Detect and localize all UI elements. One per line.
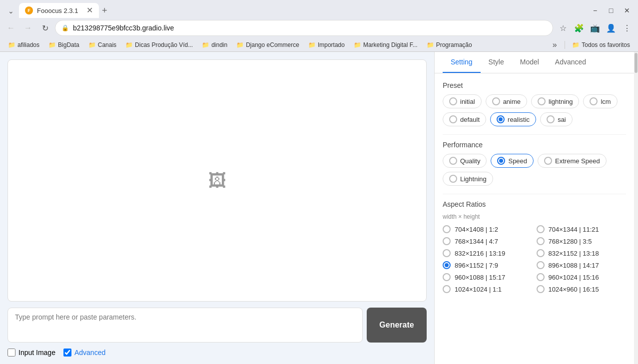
bookmark-todos[interactable]: 📁 Todos os favoritos — [568, 40, 634, 49]
perf-extreme-speed-label: Extreme Speed — [555, 157, 600, 165]
ar-1024-960-dot — [537, 285, 545, 293]
ar-960-1088[interactable]: 960×1088 | 15:17 — [443, 273, 533, 281]
perf-lightning-dot — [449, 175, 457, 183]
right-panel: Setting Style Model Advanced Preset init… — [434, 52, 634, 364]
ar-960-1088-dot — [443, 273, 451, 281]
window-controls: − □ ✕ — [588, 3, 634, 17]
ar-1024-1024[interactable]: 1024×1024 | 1:1 — [443, 285, 533, 293]
tab-style[interactable]: Style — [481, 52, 512, 73]
ar-704-1408[interactable]: 704×1408 | 1:2 — [443, 225, 533, 233]
preset-lcm[interactable]: lcm — [583, 94, 617, 108]
bookmark-marketing[interactable]: 📁 Marketing Digital F... — [350, 40, 422, 49]
folder-icon: 📁 — [572, 41, 580, 48]
bookmark-canais[interactable]: 📁 Canais — [84, 40, 120, 49]
perf-quality-dot — [449, 157, 457, 165]
preset-lightning[interactable]: lightning — [531, 94, 579, 108]
forward-button[interactable]: → — [21, 21, 35, 35]
bookmark-bigdata[interactable]: 📁 BigData — [44, 40, 83, 49]
perf-extreme-speed[interactable]: Extreme Speed — [538, 154, 607, 168]
tab-close-button[interactable]: ✕ — [86, 6, 93, 14]
close-button[interactable]: ✕ — [620, 3, 634, 17]
secure-icon: 🔒 — [61, 24, 69, 31]
bookmark-django[interactable]: 📁 Django eCommerce — [232, 40, 303, 49]
folder-icon: 📁 — [48, 41, 56, 48]
perf-speed[interactable]: Speed — [491, 154, 534, 168]
ar-832-1216[interactable]: 832×1216 | 13:19 — [443, 249, 533, 257]
new-tab-button[interactable]: + — [100, 3, 109, 18]
ar-768-1280[interactable]: 768×1280 | 3:5 — [537, 237, 627, 245]
back-button[interactable]: ← — [4, 21, 18, 35]
preset-default[interactable]: default — [443, 112, 486, 126]
advanced-label: Advanced — [74, 349, 105, 357]
perf-extreme-speed-dot — [544, 157, 552, 165]
preset-anime[interactable]: anime — [486, 94, 527, 108]
folder-icon: 📁 — [427, 41, 434, 48]
active-tab[interactable]: F Fooocus 2.3.1 ✕ — [19, 3, 99, 18]
preset-default-dot — [449, 115, 457, 123]
folder-icon: 📁 — [8, 41, 15, 48]
aspect-subtitle: width × height — [443, 213, 626, 220]
ar-896-1152-dot — [443, 261, 451, 269]
bookmark-star-button[interactable]: ☆ — [556, 21, 570, 35]
refresh-button[interactable]: ↻ — [38, 21, 52, 35]
preset-initial-dot — [449, 97, 457, 105]
folder-icon: 📁 — [88, 41, 96, 48]
advanced-checkbox[interactable]: Advanced — [63, 349, 105, 357]
ar-960-1024[interactable]: 960×1024 | 15:16 — [537, 273, 627, 281]
perf-lightning[interactable]: Lightning — [443, 172, 493, 186]
preset-sai-label: sai — [558, 116, 566, 123]
advanced-input[interactable] — [63, 349, 71, 357]
tab-history-button[interactable]: ⌄ — [4, 4, 18, 18]
preset-initial-label: initial — [460, 98, 475, 105]
input-image-checkbox[interactable]: Input Image — [7, 349, 55, 357]
preset-sai[interactable]: sai — [540, 112, 573, 126]
ar-1024-1024-label: 1024×1024 | 1:1 — [455, 286, 502, 293]
scroll-thumb[interactable] — [635, 53, 638, 73]
ar-704-1408-dot — [443, 225, 451, 233]
bookmark-importado[interactable]: 📁 Importado — [304, 40, 349, 49]
perf-quality[interactable]: Quality — [443, 154, 487, 168]
input-image-label: Input Image — [18, 349, 55, 357]
divider-performance-aspect — [443, 194, 626, 194]
ar-1024-960[interactable]: 1024×960 | 16:15 — [537, 285, 627, 293]
minimize-button[interactable]: − — [588, 3, 602, 17]
bookmark-programacao[interactable]: 📁 Programação — [423, 40, 476, 49]
right-tabs-header: Setting Style Model Advanced — [435, 52, 634, 73]
input-image-input[interactable] — [7, 349, 15, 357]
cast-button[interactable]: 📺 — [588, 21, 602, 35]
bookmarks-bar: 📁 afiliados 📁 BigData 📁 Canais 📁 Dicas P… — [0, 38, 638, 52]
tab-advanced[interactable]: Advanced — [547, 52, 594, 73]
right-scrollbar[interactable] — [634, 52, 638, 364]
ar-960-1088-label: 960×1088 | 15:17 — [455, 274, 505, 281]
tab-model[interactable]: Model — [512, 52, 547, 73]
tab-setting[interactable]: Setting — [443, 52, 481, 73]
preset-lcm-label: lcm — [601, 98, 611, 105]
ar-768-1344-dot — [443, 237, 451, 245]
preset-realistic[interactable]: realistic — [490, 112, 536, 126]
preset-realistic-label: realistic — [508, 116, 530, 123]
aspect-grid: 704×1408 | 1:2 704×1344 | 11:21 768×1344… — [443, 225, 626, 293]
bookmarks-more-button[interactable]: » — [548, 38, 562, 52]
ar-896-1088-dot — [537, 261, 545, 269]
url-bar[interactable]: 🔒 b213298775e9bfcc3b.gradio.live — [55, 20, 553, 36]
divider — [565, 41, 565, 49]
ar-832-1152[interactable]: 832×1152 | 13:18 — [537, 249, 627, 257]
menu-button[interactable]: ⋮ — [620, 21, 634, 35]
generate-button[interactable]: Generate — [367, 308, 427, 343]
image-placeholder-icon: 🖼 — [208, 170, 226, 191]
toolbar-icons: ☆ 🧩 📺 👤 ⋮ — [556, 21, 634, 35]
browser-window: ⌄ F Fooocus 2.3.1 ✕ + − □ ✕ ← → ↻ 🔒 b213… — [0, 0, 638, 364]
profile-button[interactable]: 👤 — [604, 21, 618, 35]
ar-704-1344[interactable]: 704×1344 | 11:21 — [537, 225, 627, 233]
maximize-button[interactable]: □ — [604, 3, 618, 17]
bookmark-dindin[interactable]: 📁 dindin — [198, 40, 231, 49]
prompt-input[interactable] — [7, 308, 363, 343]
ar-896-1088[interactable]: 896×1088 | 14:17 — [537, 261, 627, 269]
preset-initial[interactable]: initial — [443, 94, 482, 108]
extensions-button[interactable]: 🧩 — [572, 21, 586, 35]
ar-896-1152[interactable]: 896×1152 | 7:9 — [443, 261, 533, 269]
bookmark-dicas[interactable]: 📁 Dicas Produção Víd... — [121, 40, 197, 49]
url-text: b213298775e9bfcc3b.gradio.live — [73, 24, 547, 32]
ar-768-1344[interactable]: 768×1344 | 4:7 — [443, 237, 533, 245]
bookmark-afiliados[interactable]: 📁 afiliados — [4, 40, 43, 49]
